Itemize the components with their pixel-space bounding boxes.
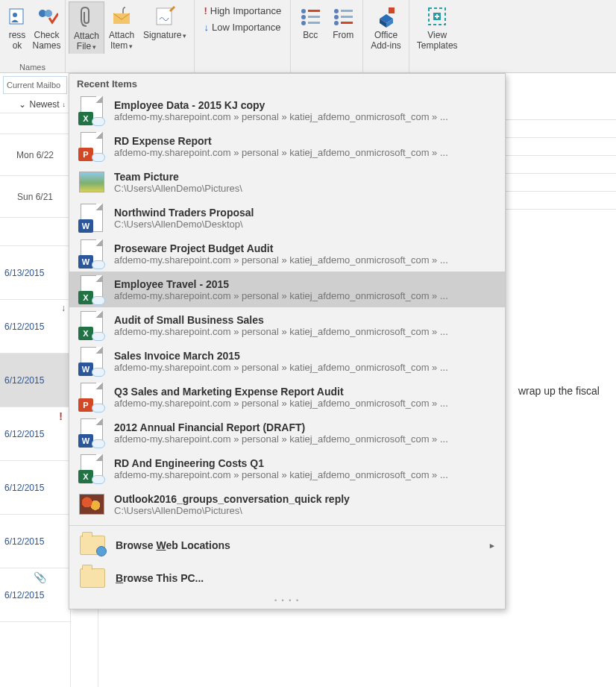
recent-item-path: afdemo-my.sharepoint.com » personal » ka…	[114, 362, 448, 373]
recent-item-name: Employee Travel - 2015	[114, 278, 448, 290]
recent-item-name: Sales Invoice March 2015	[114, 350, 448, 362]
recent-item[interactable]: W2012 Annual Financial Report (DRAFT)afd…	[69, 415, 505, 451]
recent-item-name: Employee Data - 2015 KJ copy	[114, 99, 448, 111]
signature-icon	[153, 4, 177, 28]
recent-item-path: afdemo-my.sharepoint.com » personal » ka…	[114, 290, 448, 301]
message-list-row[interactable]: 6/13/2015	[0, 246, 70, 300]
attach-item-button[interactable]: Attach Item▾	[104, 1, 139, 53]
recent-item-path: afdemo-my.sharepoint.com » personal » ka…	[114, 326, 448, 337]
message-list-row[interactable]: 6/12/2015↓	[0, 300, 70, 354]
recent-item[interactable]: XEmployee Travel - 2015afdemo-my.sharepo…	[69, 272, 505, 307]
chevron-down-icon: ▾	[129, 43, 133, 50]
message-list-row[interactable]: 6/12/2015	[0, 354, 70, 407]
recent-item[interactable]: XAudit of Small Business Salesafdemo-my.…	[69, 307, 505, 343]
recent-item-name: Audit of Small Business Sales	[114, 314, 448, 326]
resize-handle[interactable]: • • • •	[69, 595, 505, 604]
recent-item[interactable]: XEmployee Data - 2015 KJ copyafdemo-my.s…	[69, 92, 505, 128]
message-body-text: wrap up the fiscal	[518, 385, 600, 397]
sort-newest-button[interactable]: ⌄Newest↓	[0, 95, 70, 113]
message-list-row[interactable]: 6/12/2015	[0, 461, 70, 515]
word-file-icon: W	[77, 418, 107, 448]
chevron-down-icon: ▾	[92, 43, 96, 51]
high-importance-button[interactable]: !High Importance	[204, 4, 281, 18]
recent-item[interactable]: WSales Invoice March 2015afdemo-my.share…	[69, 343, 505, 379]
recent-item[interactable]: WProseware Project Budget Auditafdemo-my…	[69, 236, 505, 272]
recent-items-header: Recent Items	[69, 74, 505, 92]
recent-item-name: RD And Engineering Costs Q1	[114, 457, 448, 469]
message-list-row[interactable]: 6/12/2015	[0, 515, 70, 568]
address-book-icon	[5, 4, 29, 28]
recent-item[interactable]: Team PictureC:\Users\AllenDemo\Pictures\	[69, 164, 505, 200]
recent-item[interactable]: XRD And Engineering Costs Q1afdemo-my.sh…	[69, 451, 505, 486]
recent-item-path: afdemo-my.sharepoint.com » personal » ka…	[114, 254, 448, 266]
excel-file-icon: X	[77, 454, 107, 483]
low-importance-button[interactable]: ↓Low Importance	[204, 21, 281, 34]
attach-file-button[interactable]: Attach File▾	[69, 1, 104, 54]
svg-rect-9	[308, 16, 320, 18]
svg-point-7	[301, 21, 306, 25]
message-list-row[interactable]: Mon 6/22	[0, 134, 70, 176]
svg-rect-10	[308, 22, 320, 24]
recent-item-name: Proseware Project Budget Audit	[114, 242, 448, 254]
svg-point-13	[334, 21, 339, 25]
recent-item-name: 2012 Annual Financial Report (DRAFT)	[114, 421, 448, 433]
recent-item-path: afdemo-my.sharepoint.com » personal » ka…	[114, 398, 448, 409]
bcc-button[interactable]: Bcc	[294, 1, 327, 42]
signature-button[interactable]: Signature▾	[139, 1, 191, 43]
recent-item-path: C:\Users\AllenDemo\Pictures\	[114, 505, 350, 516]
office-addins-button[interactable]: Office Add-ins	[366, 1, 406, 52]
recent-item[interactable]: WNorthwind Traders ProposalC:\Users\Alle…	[69, 200, 505, 236]
templates-icon	[425, 4, 449, 28]
forward-arrow-icon: ↓	[61, 303, 66, 313]
recent-item[interactable]: PRD Expense Reportafdemo-my.sharepoint.c…	[69, 128, 505, 164]
ppt-file-icon: P	[77, 382, 107, 412]
browse-this-pc[interactable]: Browse This PC...	[69, 562, 505, 595]
message-list-row[interactable]	[0, 113, 70, 134]
exclamation-icon: !	[204, 4, 207, 18]
chevron-down-icon: ↓	[63, 101, 66, 108]
paperclip-icon	[75, 5, 98, 29]
svg-point-6	[301, 15, 306, 19]
svg-rect-14	[341, 10, 353, 12]
attach-file-dropdown: Recent Items XEmployee Data - 2015 KJ co…	[69, 73, 506, 609]
message-list-row[interactable]	[0, 218, 70, 246]
svg-point-1	[13, 13, 17, 17]
recent-item-path: afdemo-my.sharepoint.com » personal » ka…	[114, 111, 448, 122]
message-list-row[interactable]: 6/12/2015📎	[0, 568, 70, 622]
excel-file-icon: X	[77, 310, 107, 340]
recent-item-name: RD Expense Report	[114, 135, 448, 147]
recent-item-path: afdemo-my.sharepoint.com » personal » ka…	[114, 433, 448, 445]
flower-file-icon	[77, 489, 107, 519]
ribbon: ress ok Check Names Names Attach File▾	[0, 0, 616, 73]
recent-item-path: afdemo-my.sharepoint.com » personal » ka…	[114, 469, 448, 480]
svg-rect-15	[341, 16, 353, 18]
folder-globe-icon	[80, 535, 105, 556]
recent-item-name: Northwind Traders Proposal	[114, 207, 254, 219]
attach-item-icon	[110, 4, 133, 28]
view-templates-button[interactable]: View Templates	[412, 1, 462, 52]
recent-item-path: C:\Users\AllenDemo\Desktop\	[114, 219, 254, 230]
names-group-label: Names	[0, 63, 65, 72]
recent-item-name: Outlook2016_groups_conversation_quick re…	[114, 493, 350, 505]
word-file-icon: W	[77, 346, 107, 376]
address-book-button[interactable]: ress ok	[3, 1, 31, 52]
message-list-row[interactable]: Sun 6/21	[0, 176, 70, 218]
svg-rect-16	[341, 22, 353, 24]
recent-item[interactable]: Outlook2016_groups_conversation_quick re…	[69, 486, 505, 522]
browse-web-locations[interactable]: Browse Web Locations ▸	[69, 529, 505, 562]
check-names-button[interactable]: Check Names	[31, 1, 62, 52]
folder-icon	[80, 568, 105, 589]
word-file-icon: W	[77, 203, 107, 233]
excel-file-icon: X	[77, 275, 107, 304]
down-arrow-icon: ↓	[204, 21, 209, 34]
search-input[interactable]: Current Mailbo	[3, 76, 67, 94]
recent-item[interactable]: PQ3 Sales and Marketing Expense Report A…	[69, 379, 505, 415]
addins-icon	[374, 4, 398, 28]
message-list-row[interactable]: 6/12/2015!	[0, 407, 70, 461]
svg-point-3	[45, 10, 52, 17]
excel-file-icon: X	[77, 95, 107, 125]
ppt-file-icon: P	[77, 131, 107, 161]
paperclip-icon: 📎	[34, 571, 46, 583]
recent-item-name: Team Picture	[114, 171, 242, 183]
from-button[interactable]: From	[327, 1, 359, 42]
